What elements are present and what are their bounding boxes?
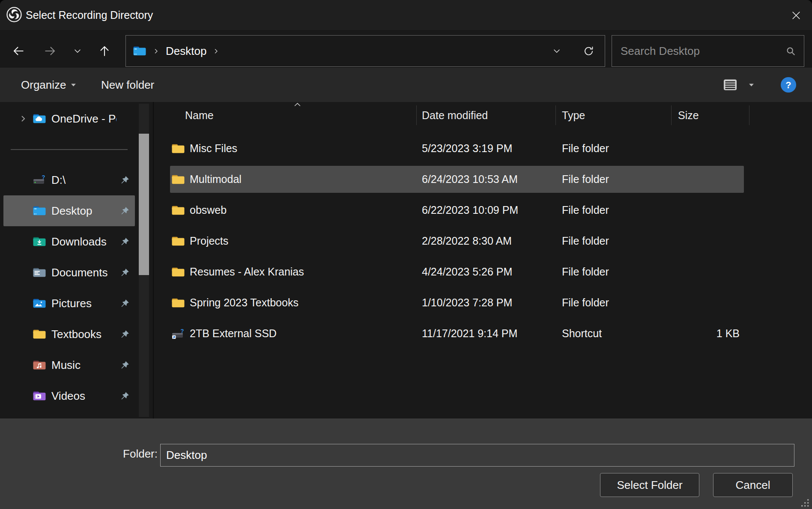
file-name: Resumes - Alex Kranias xyxy=(190,266,304,278)
sidebar-item-textbooks[interactable]: Textbooks xyxy=(3,319,135,350)
footer-bar: Folder: Select Folder Cancel xyxy=(0,419,812,509)
expand-chevron-icon[interactable] xyxy=(18,114,28,123)
view-dropdown-icon[interactable] xyxy=(749,83,754,87)
sidebar-item-d[interactable]: ? D:\ xyxy=(3,165,135,195)
pin-icon[interactable] xyxy=(120,299,130,308)
sidebar-item-onedrive-persc[interactable]: OneDrive - Persc xyxy=(3,103,135,134)
pin-icon[interactable] xyxy=(120,237,130,247)
sidebar-item-downloads[interactable]: Downloads xyxy=(3,226,135,257)
resize-grip[interactable] xyxy=(800,498,810,508)
folder-name-input[interactable] xyxy=(160,444,794,467)
column-divider[interactable] xyxy=(555,105,556,125)
breadcrumb-chevron-icon[interactable] xyxy=(212,48,220,55)
file-date-modified: 11/17/2021 9:14 PM xyxy=(416,327,555,340)
pin-icon[interactable] xyxy=(120,206,130,216)
drive-shortcut-icon: ? xyxy=(171,328,185,339)
select-folder-button[interactable]: Select Folder xyxy=(600,473,699,497)
column-divider[interactable] xyxy=(416,105,417,125)
back-button[interactable] xyxy=(9,42,28,60)
file-row[interactable]: Projects 2/28/2022 8:30 AM File folder xyxy=(170,228,744,254)
search-box[interactable] xyxy=(612,35,804,67)
sidebar-item-documents[interactable]: Documents xyxy=(3,257,135,288)
new-folder-label: New folder xyxy=(101,78,154,92)
organize-button[interactable]: Organize xyxy=(18,68,79,102)
titlebar: Select Recording Directory xyxy=(0,0,812,30)
file-date-modified: 2/28/2022 8:30 AM xyxy=(416,235,555,247)
folder-icon xyxy=(171,143,185,154)
pin-icon[interactable] xyxy=(120,268,130,278)
expand-placeholder[interactable] xyxy=(18,207,28,215)
drive-icon: ? xyxy=(33,174,46,186)
organize-label: Organize xyxy=(21,78,66,92)
file-row[interactable]: obsweb 6/22/2023 10:09 PM File folder xyxy=(170,197,744,224)
folder-icon xyxy=(171,266,185,278)
pin-icon[interactable] xyxy=(120,175,130,185)
close-button[interactable] xyxy=(787,7,805,24)
expand-placeholder[interactable] xyxy=(18,392,28,400)
file-row[interactable]: Resumes - Alex Kranias 4/24/2023 5:26 PM… xyxy=(170,258,744,285)
expand-placeholder[interactable] xyxy=(18,330,28,338)
onedrive-folder-icon xyxy=(33,113,46,124)
pin-icon[interactable] xyxy=(120,360,130,370)
sidebar-scrollbar-track[interactable] xyxy=(139,104,149,417)
expand-placeholder[interactable] xyxy=(18,176,28,184)
back-arrow-icon xyxy=(12,45,25,57)
svg-text:?: ? xyxy=(42,174,45,180)
new-folder-button[interactable]: New folder xyxy=(99,68,157,102)
column-divider[interactable] xyxy=(749,105,749,125)
address-dropdown-icon[interactable] xyxy=(552,46,561,56)
file-type: Shortcut xyxy=(555,327,671,340)
svg-text:?: ? xyxy=(181,328,184,334)
file-row[interactable]: Misc Files 5/23/2023 3:19 PM File folder xyxy=(170,135,744,162)
command-bar: Organize New folder xyxy=(0,68,812,102)
expand-placeholder[interactable] xyxy=(18,237,28,246)
column-header-size[interactable]: Size xyxy=(678,102,699,129)
sidebar-item-label: Textbooks xyxy=(51,328,116,341)
search-input[interactable] xyxy=(620,44,785,58)
column-header-type[interactable]: Type xyxy=(562,102,585,129)
file-date-modified: 6/22/2023 10:09 PM xyxy=(416,204,555,216)
location-folder-icon xyxy=(133,45,146,57)
file-row[interactable]: Spring 2023 Textbooks 1/10/2023 7:28 PM … xyxy=(170,289,744,316)
sidebar-item-label: Desktop xyxy=(51,204,116,218)
main-area: OneDrive - Persc ? D:\ Desktop Downloads… xyxy=(0,102,812,419)
forward-button[interactable] xyxy=(41,42,60,60)
sidebar-item-desktop[interactable]: Desktop xyxy=(3,195,135,226)
file-type: File folder xyxy=(555,204,671,216)
sidebar-item-music[interactable]: Music xyxy=(3,350,135,380)
svg-text:?: ? xyxy=(785,80,791,90)
sidebar-separator xyxy=(0,134,153,165)
sidebar-item-label: Downloads xyxy=(51,235,116,249)
expand-placeholder[interactable] xyxy=(18,299,28,308)
file-type: File folder xyxy=(555,266,671,278)
sidebar-scrollbar-thumb[interactable] xyxy=(139,134,149,275)
column-divider[interactable] xyxy=(671,105,672,125)
pin-icon[interactable] xyxy=(120,329,130,339)
column-header-date-modified[interactable]: Date modified xyxy=(422,102,488,129)
column-header-name[interactable]: Name xyxy=(185,102,214,129)
sidebar-item-videos[interactable]: Videos xyxy=(3,380,135,411)
address-bar[interactable]: Desktop xyxy=(125,35,605,67)
sidebar-item-label: D:\ xyxy=(51,174,116,187)
help-button[interactable]: ? xyxy=(780,77,797,93)
expand-placeholder[interactable] xyxy=(18,361,28,369)
file-date-modified: 5/23/2023 3:19 PM xyxy=(416,142,555,155)
file-row[interactable]: Multimodal 6/24/2023 10:53 AM File folde… xyxy=(170,166,744,193)
forward-arrow-icon xyxy=(44,45,57,57)
sidebar-item-pictures[interactable]: Pictures xyxy=(3,288,135,319)
pin-icon[interactable] xyxy=(120,391,130,401)
expand-placeholder[interactable] xyxy=(18,268,28,277)
file-row[interactable]: ? 2TB External SSD 11/17/2021 9:14 PM Sh… xyxy=(170,320,744,347)
cancel-button[interactable]: Cancel xyxy=(713,473,793,497)
up-button[interactable] xyxy=(95,42,114,60)
change-view-button[interactable] xyxy=(723,78,737,92)
downloads-folder-icon xyxy=(33,236,46,247)
refresh-icon[interactable] xyxy=(583,45,594,57)
breadcrumb-location[interactable]: Desktop xyxy=(166,45,206,58)
up-arrow-icon xyxy=(98,45,111,57)
recent-locations-button[interactable] xyxy=(68,42,87,60)
select-recording-directory-dialog: Select Recording Directory Desktop xyxy=(0,0,812,509)
file-list-pane: Name Date modified Type Size Misc Files … xyxy=(154,102,812,419)
sidebar-item-label: Documents xyxy=(51,266,116,279)
file-size: 1 KB xyxy=(671,327,744,340)
